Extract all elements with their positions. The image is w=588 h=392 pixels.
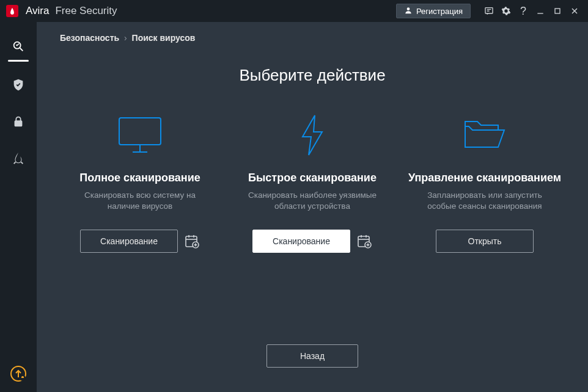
breadcrumb-current: Поиск вирусов [132, 33, 196, 43]
lightning-icon [294, 109, 331, 161]
monitor-icon [116, 109, 164, 161]
sidebar-item-scan[interactable] [6, 34, 31, 59]
settings-icon[interactable] [498, 2, 515, 20]
sidebar-item-performance[interactable] [6, 146, 31, 170]
avira-logo-icon [6, 5, 18, 17]
feedback-icon[interactable] [480, 2, 498, 20]
register-button[interactable]: Регистрация [396, 4, 471, 18]
card-full-desc: Сканировать всю систему на наличие вирус… [73, 190, 207, 213]
breadcrumb: Безопасность › Поиск вирусов [60, 22, 565, 49]
card-quick-desc: Сканировать наиболее уязвимые области ус… [245, 190, 380, 213]
brand-suffix: Free Security [55, 5, 117, 17]
manage-scan-button[interactable]: Открыть [436, 230, 534, 253]
sidebar-active-indicator [8, 60, 29, 62]
help-icon[interactable]: ? [515, 2, 532, 20]
svg-line-7 [20, 48, 23, 51]
back-button[interactable]: Назад [266, 344, 358, 368]
sidebar-item-privacy[interactable] [6, 109, 31, 134]
svg-rect-11 [119, 118, 161, 145]
cards-row: Полное сканирование Сканировать всю сист… [60, 109, 565, 253]
card-full-title: Полное сканирование [79, 171, 200, 185]
brand-logo: Avira Free Security [6, 5, 117, 17]
schedule-quick-scan-icon[interactable] [356, 233, 372, 249]
breadcrumb-separator: › [124, 33, 127, 43]
titlebar: Avira Free Security Регистрация ? [0, 0, 588, 22]
schedule-full-scan-icon[interactable] [184, 233, 200, 249]
sidebar-item-protection[interactable] [6, 73, 31, 97]
breadcrumb-root[interactable]: Безопасность [60, 33, 119, 43]
folder-open-icon [460, 109, 509, 161]
card-quick-scan: Быстрое сканирование Сканировать наиболе… [232, 109, 392, 253]
quick-scan-button[interactable]: Сканирование [252, 230, 350, 253]
svg-rect-3 [555, 9, 560, 13]
brand-name: Avira [26, 5, 49, 17]
card-manage-desc: Запланировать или запустить особые сеанс… [417, 190, 552, 213]
card-full-scan: Полное сканирование Сканировать всю сист… [60, 109, 220, 253]
card-manage-title: Управление сканированием [408, 171, 561, 185]
card-quick-title: Быстрое сканирование [248, 171, 377, 185]
maximize-icon[interactable] [549, 2, 566, 20]
sidebar-upgrade-icon[interactable] [10, 365, 27, 382]
minimize-icon[interactable] [532, 2, 549, 20]
sidebar [0, 22, 37, 392]
card-manage-scan: Управление сканированием Запланировать и… [405, 109, 565, 253]
full-scan-button[interactable]: Сканирование [80, 230, 178, 253]
register-label: Регистрация [416, 7, 463, 16]
close-icon[interactable] [566, 2, 583, 20]
content: Безопасность › Поиск вирусов Выберите де… [37, 22, 588, 392]
svg-rect-8 [15, 121, 22, 126]
page-title: Выберите действие [60, 66, 565, 85]
svg-point-0 [407, 7, 410, 10]
user-icon [404, 6, 413, 16]
